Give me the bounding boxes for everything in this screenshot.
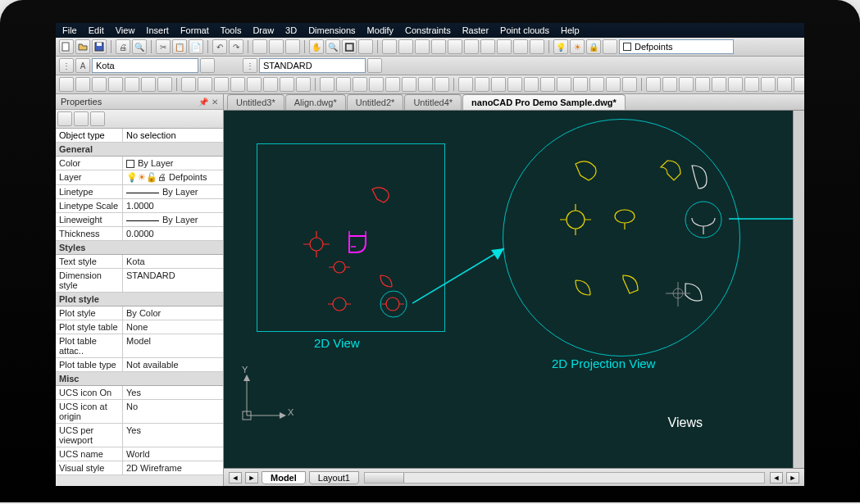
prop-value[interactable]: 2D Wireframe [123,461,223,474]
prop-value[interactable]: 💡☀🔓🖨 Defpoints [123,170,223,184]
scrollbar-vertical[interactable] [793,111,804,468]
tool3-35-icon[interactable] [662,77,677,92]
tool3-24-icon[interactable] [475,77,489,92]
model-tab[interactable]: Model [262,471,306,484]
prop-value[interactable]: 0.0000 [123,227,223,240]
menu-draw[interactable]: Draw [253,25,274,35]
scroll-left-icon[interactable]: ◄ [770,472,783,484]
tool3-3-icon[interactable] [108,77,123,92]
menu-view[interactable]: View [116,25,135,35]
dim-tool-5-icon[interactable] [464,39,479,54]
prop-tool1-icon[interactable] [57,111,72,126]
text-style-combo[interactable] [92,58,198,73]
dimstyle-more-icon[interactable] [367,58,382,73]
menu-file[interactable]: File [62,25,77,35]
print-icon[interactable]: 🖨 [116,39,130,54]
layout1-tab[interactable]: Layout1 [309,471,359,484]
prop-value[interactable]: Kota [123,255,223,268]
tool3-36-icon[interactable] [679,77,694,92]
prop-group-header[interactable]: Misc [56,372,223,386]
prop-value[interactable]: STANDARD [123,269,223,292]
sun-icon[interactable]: ☀ [570,39,585,54]
prop-value[interactable]: By Layer [123,213,223,226]
active-layer-field[interactable]: Defpoints [619,39,734,54]
zoomext-icon[interactable] [358,39,373,54]
scroll-right-icon[interactable]: ► [786,472,799,484]
dim-tool-0-icon[interactable] [382,39,397,54]
menu-help[interactable]: Help [561,25,580,35]
prop-value[interactable]: 1.0000 [123,199,223,212]
tool3-14-icon[interactable] [296,77,311,92]
bulb-icon[interactable]: 💡 [553,39,568,54]
prop-tool2-icon[interactable] [74,111,89,126]
tool3-42-icon[interactable] [777,77,792,92]
dim-tool-2-icon[interactable] [415,39,430,54]
zoomwin-icon[interactable]: 🔲 [342,39,357,54]
prop-value[interactable]: Yes [123,386,223,399]
menu-modify[interactable]: Modify [367,25,394,35]
match-icon[interactable] [253,39,267,54]
prop-value[interactable]: Yes [123,424,223,447]
menu-3d[interactable]: 3D [285,25,297,35]
preview-icon[interactable]: 🔍 [132,39,147,54]
tool3-29-icon[interactable] [557,77,571,92]
tool3-17-icon[interactable] [353,77,367,92]
paste-icon[interactable]: 📄 [189,39,203,54]
menu-raster[interactable]: Raster [462,25,489,35]
tool3-6-icon[interactable] [157,77,172,92]
menu-dimensions[interactable]: Dimensions [308,25,355,35]
tool3-20-icon[interactable] [402,77,416,92]
prop-icon[interactable] [269,39,284,54]
grip-icon[interactable]: ⋮ [59,58,74,73]
tstyle-icon[interactable]: A [75,58,90,73]
tool3-32-icon[interactable] [606,77,621,92]
menu-insert[interactable]: Insert [146,25,169,35]
dim-tool-8-icon[interactable] [513,39,528,54]
prop2-icon[interactable] [285,39,300,54]
copy-icon[interactable]: 📋 [172,39,187,54]
tool3-10-icon[interactable] [230,77,245,92]
pin-icon[interactable]: 📌 [198,98,208,107]
tool3-19-icon[interactable] [385,77,400,92]
tool3-25-icon[interactable] [491,77,506,92]
tool3-27-icon[interactable] [524,77,539,92]
tool3-40-icon[interactable] [744,77,759,92]
tool3-8-icon[interactable] [198,77,212,92]
prop-group-header[interactable]: General [56,143,223,157]
tool3-39-icon[interactable] [728,77,743,92]
prop-value[interactable]: World [123,447,223,461]
dim-tool-1-icon[interactable] [398,39,413,54]
dim-style-combo[interactable] [259,58,366,73]
doc-tab[interactable]: nanoCAD Pro Demo Sample.dwg* [462,94,626,110]
tool3-26-icon[interactable] [507,77,522,92]
prop-value[interactable]: By Layer [123,157,223,170]
tool3-12-icon[interactable] [263,77,278,92]
dim-tool-9-icon[interactable] [530,39,544,54]
tab-prev-icon[interactable]: ◄ [229,472,242,484]
open-icon[interactable] [75,39,90,54]
doc-tab[interactable]: Untitled2* [347,94,404,110]
menu-format[interactable]: Format [180,25,209,35]
tool3-22-icon[interactable] [435,77,449,92]
prop-value[interactable]: Not available [123,358,223,371]
tool3-38-icon[interactable] [712,77,726,92]
prop-value[interactable]: By Layer [123,185,223,198]
layerprint-icon[interactable] [603,39,617,54]
menu-tools[interactable]: Tools [221,25,242,35]
prop-value[interactable]: Model [123,334,223,357]
tool3-9-icon[interactable] [214,77,229,92]
tool3-18-icon[interactable] [369,77,384,92]
dim-tool-6-icon[interactable] [480,39,495,54]
tool3-0-icon[interactable] [59,77,74,92]
canvas[interactable]: 2D View [224,111,793,468]
tool3-34-icon[interactable] [646,77,661,92]
prop-value[interactable]: No [123,400,223,423]
prop-group-header[interactable]: Styles [56,241,223,255]
menu-edit[interactable]: Edit [89,25,104,35]
dim-tool-3-icon[interactable] [431,39,446,54]
tool3-16-icon[interactable] [336,77,351,92]
prop-group-header[interactable]: Plot style [56,293,223,306]
doc-tab[interactable]: Align.dwg* [285,94,346,110]
tab-next-icon[interactable]: ► [245,472,258,484]
undo-icon[interactable]: ↶ [212,39,227,54]
